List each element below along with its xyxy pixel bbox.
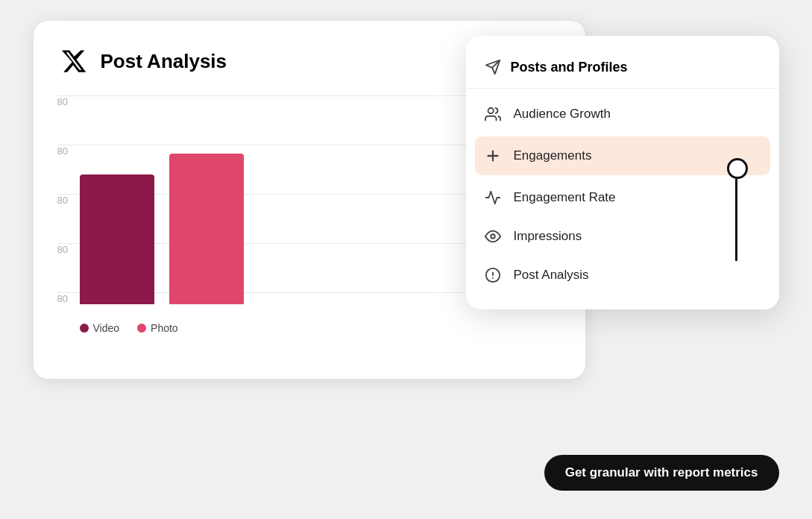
- dropdown-section-header: Posts and Profiles: [466, 51, 779, 89]
- svg-point-5: [491, 234, 495, 239]
- send-icon: [484, 58, 502, 76]
- title-group: Post Analysis: [57, 45, 227, 78]
- legend-label-video: Video: [93, 322, 120, 334]
- grid-label-1: 80: [57, 96, 72, 107]
- tooltip-text: Get granular with report metrics: [565, 465, 758, 479]
- bar-video: [80, 174, 154, 304]
- grid-label-3: 80: [57, 195, 72, 206]
- legend-label-photo: Photo: [151, 322, 178, 334]
- svg-point-2: [488, 108, 493, 113]
- x-logo: [57, 45, 90, 78]
- legend-dot-video: [80, 324, 89, 333]
- dropdown-item-impressions[interactable]: Impressions: [466, 217, 779, 256]
- plus-icon: [484, 147, 502, 165]
- users-icon: [484, 105, 502, 123]
- bar-chart-icon: [484, 266, 502, 284]
- engagement-rate-label: Engagement Rate: [514, 190, 616, 205]
- chart-line-icon: [484, 189, 502, 207]
- legend-dot-photo: [137, 324, 146, 333]
- post-analysis-label: Post Analysis: [514, 268, 589, 283]
- x-logo-svg: [60, 48, 87, 75]
- bar-photo: [169, 154, 244, 304]
- connector-circle: [727, 158, 748, 179]
- grid-label-5: 80: [57, 293, 72, 304]
- dropdown-item-engagements[interactable]: Engagements: [475, 136, 770, 175]
- dropdown-item-engagement-rate[interactable]: Engagement Rate: [466, 178, 779, 217]
- legend-photo: Photo: [137, 322, 178, 334]
- dropdown-item-post-analysis[interactable]: Post Analysis: [466, 256, 779, 295]
- chart-title: Post Analysis: [101, 50, 227, 73]
- dropdown-section-title: Posts and Profiles: [511, 60, 628, 75]
- tooltip-bar: Get granular with report metrics: [544, 455, 779, 491]
- chart-legend: Video Photo: [80, 322, 178, 334]
- legend-video: Video: [80, 322, 120, 334]
- audience-growth-label: Audience Growth: [514, 107, 611, 122]
- grid-label-2: 80: [57, 145, 72, 157]
- grid-label-4: 80: [57, 244, 72, 255]
- dropdown-item-audience-growth[interactable]: Audience Growth: [466, 95, 779, 133]
- connector-line: [735, 179, 737, 261]
- engagements-label: Engagements: [514, 148, 592, 163]
- impressions-label: Impressions: [514, 229, 582, 244]
- eye-icon: [484, 227, 502, 245]
